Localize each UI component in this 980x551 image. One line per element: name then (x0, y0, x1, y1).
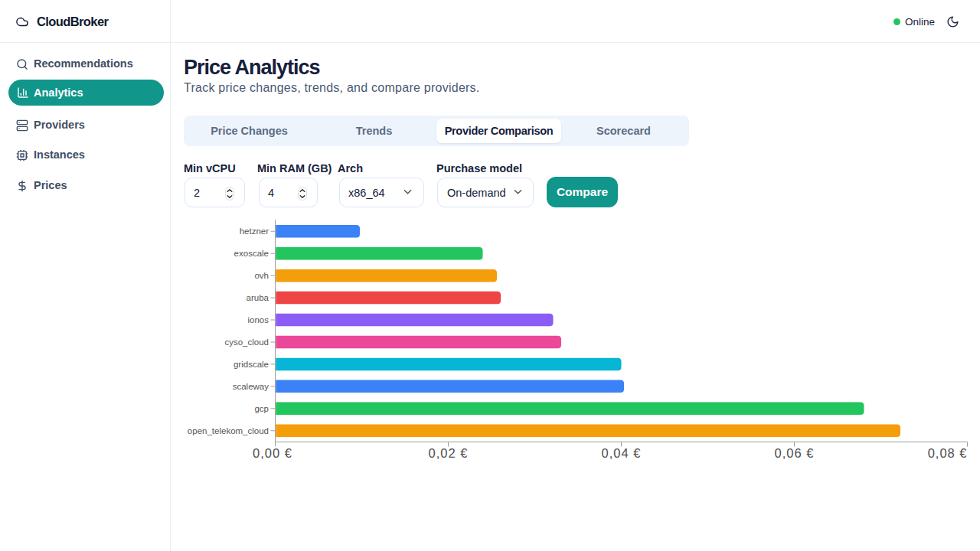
svg-text:gcp: gcp (254, 404, 269, 413)
svg-text:0,06 €: 0,06 € (775, 446, 815, 460)
svg-text:ionos: ionos (248, 315, 270, 324)
svg-text:0,02 €: 0,02 € (429, 446, 469, 460)
svg-text:exoscale: exoscale (234, 249, 269, 258)
svg-text:0,00 €: 0,00 € (253, 446, 292, 460)
svg-text:ovh: ovh (254, 271, 269, 280)
svg-text:hetzner: hetzner (240, 227, 270, 236)
svg-text:cyso_cloud: cyso_cloud (224, 337, 269, 347)
svg-text:0,04 €: 0,04 € (602, 446, 642, 460)
svg-text:0,08 €: 0,08 € (928, 446, 968, 460)
svg-text:scaleway: scaleway (233, 382, 270, 391)
svg-text:open_telekom_cloud: open_telekom_cloud (188, 426, 269, 435)
svg-text:aruba: aruba (247, 293, 270, 302)
svg-text:gridscale: gridscale (234, 360, 269, 369)
